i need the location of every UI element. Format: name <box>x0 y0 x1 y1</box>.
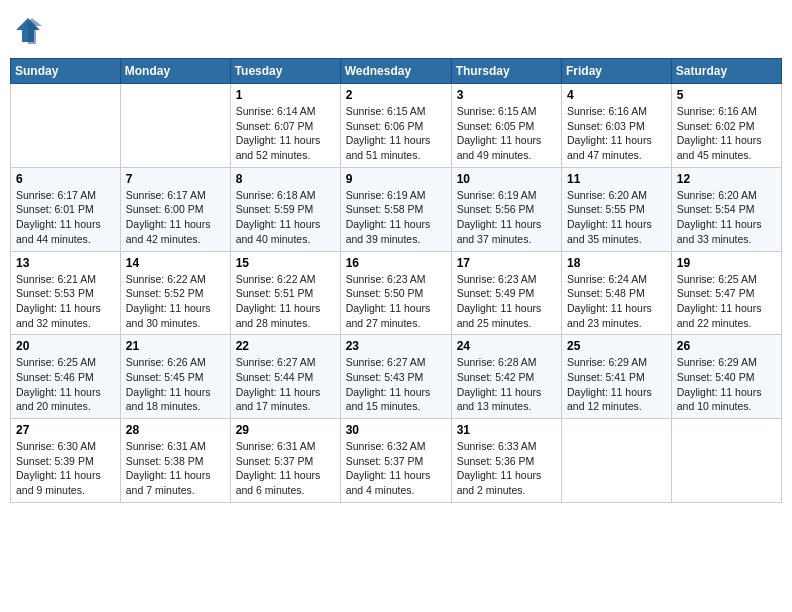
calendar-cell: 11Sunrise: 6:20 AMSunset: 5:55 PMDayligh… <box>562 167 672 251</box>
day-number: 17 <box>457 256 556 270</box>
day-number: 31 <box>457 423 556 437</box>
calendar-cell: 24Sunrise: 6:28 AMSunset: 5:42 PMDayligh… <box>451 335 561 419</box>
calendar-cell <box>11 84 121 168</box>
calendar-cell: 13Sunrise: 6:21 AMSunset: 5:53 PMDayligh… <box>11 251 121 335</box>
day-info: Sunrise: 6:30 AMSunset: 5:39 PMDaylight:… <box>16 439 115 498</box>
day-info: Sunrise: 6:15 AMSunset: 6:05 PMDaylight:… <box>457 104 556 163</box>
calendar-cell: 14Sunrise: 6:22 AMSunset: 5:52 PMDayligh… <box>120 251 230 335</box>
day-info: Sunrise: 6:19 AMSunset: 5:56 PMDaylight:… <box>457 188 556 247</box>
weekday-header-tuesday: Tuesday <box>230 59 340 84</box>
logo <box>14 16 46 44</box>
day-number: 23 <box>346 339 446 353</box>
day-number: 6 <box>16 172 115 186</box>
calendar-cell <box>671 419 781 503</box>
calendar-cell <box>120 84 230 168</box>
calendar-cell: 4Sunrise: 6:16 AMSunset: 6:03 PMDaylight… <box>562 84 672 168</box>
calendar-cell: 10Sunrise: 6:19 AMSunset: 5:56 PMDayligh… <box>451 167 561 251</box>
day-number: 20 <box>16 339 115 353</box>
day-number: 29 <box>236 423 335 437</box>
weekday-header-row: SundayMondayTuesdayWednesdayThursdayFrid… <box>11 59 782 84</box>
page-header <box>10 10 782 50</box>
day-info: Sunrise: 6:27 AMSunset: 5:44 PMDaylight:… <box>236 355 335 414</box>
logo-icon <box>14 16 42 44</box>
calendar-cell <box>562 419 672 503</box>
day-info: Sunrise: 6:21 AMSunset: 5:53 PMDaylight:… <box>16 272 115 331</box>
calendar-cell: 9Sunrise: 6:19 AMSunset: 5:58 PMDaylight… <box>340 167 451 251</box>
day-info: Sunrise: 6:29 AMSunset: 5:40 PMDaylight:… <box>677 355 776 414</box>
day-number: 21 <box>126 339 225 353</box>
calendar-week-row: 27Sunrise: 6:30 AMSunset: 5:39 PMDayligh… <box>11 419 782 503</box>
day-number: 7 <box>126 172 225 186</box>
day-info: Sunrise: 6:19 AMSunset: 5:58 PMDaylight:… <box>346 188 446 247</box>
weekday-header-friday: Friday <box>562 59 672 84</box>
day-info: Sunrise: 6:23 AMSunset: 5:50 PMDaylight:… <box>346 272 446 331</box>
day-info: Sunrise: 6:32 AMSunset: 5:37 PMDaylight:… <box>346 439 446 498</box>
weekday-header-monday: Monday <box>120 59 230 84</box>
calendar-week-row: 6Sunrise: 6:17 AMSunset: 6:01 PMDaylight… <box>11 167 782 251</box>
day-number: 9 <box>346 172 446 186</box>
day-number: 11 <box>567 172 666 186</box>
day-info: Sunrise: 6:25 AMSunset: 5:47 PMDaylight:… <box>677 272 776 331</box>
day-info: Sunrise: 6:18 AMSunset: 5:59 PMDaylight:… <box>236 188 335 247</box>
calendar-cell: 7Sunrise: 6:17 AMSunset: 6:00 PMDaylight… <box>120 167 230 251</box>
day-number: 27 <box>16 423 115 437</box>
day-number: 2 <box>346 88 446 102</box>
calendar-cell: 16Sunrise: 6:23 AMSunset: 5:50 PMDayligh… <box>340 251 451 335</box>
day-number: 18 <box>567 256 666 270</box>
day-number: 15 <box>236 256 335 270</box>
calendar-cell: 18Sunrise: 6:24 AMSunset: 5:48 PMDayligh… <box>562 251 672 335</box>
calendar-cell: 29Sunrise: 6:31 AMSunset: 5:37 PMDayligh… <box>230 419 340 503</box>
day-number: 25 <box>567 339 666 353</box>
calendar-cell: 26Sunrise: 6:29 AMSunset: 5:40 PMDayligh… <box>671 335 781 419</box>
weekday-header-thursday: Thursday <box>451 59 561 84</box>
calendar-cell: 31Sunrise: 6:33 AMSunset: 5:36 PMDayligh… <box>451 419 561 503</box>
calendar-cell: 8Sunrise: 6:18 AMSunset: 5:59 PMDaylight… <box>230 167 340 251</box>
day-info: Sunrise: 6:17 AMSunset: 6:00 PMDaylight:… <box>126 188 225 247</box>
day-number: 19 <box>677 256 776 270</box>
calendar-week-row: 20Sunrise: 6:25 AMSunset: 5:46 PMDayligh… <box>11 335 782 419</box>
day-number: 10 <box>457 172 556 186</box>
day-number: 5 <box>677 88 776 102</box>
calendar-cell: 12Sunrise: 6:20 AMSunset: 5:54 PMDayligh… <box>671 167 781 251</box>
calendar-cell: 2Sunrise: 6:15 AMSunset: 6:06 PMDaylight… <box>340 84 451 168</box>
day-info: Sunrise: 6:25 AMSunset: 5:46 PMDaylight:… <box>16 355 115 414</box>
day-number: 14 <box>126 256 225 270</box>
weekday-header-sunday: Sunday <box>11 59 121 84</box>
day-info: Sunrise: 6:20 AMSunset: 5:54 PMDaylight:… <box>677 188 776 247</box>
calendar-cell: 30Sunrise: 6:32 AMSunset: 5:37 PMDayligh… <box>340 419 451 503</box>
day-number: 13 <box>16 256 115 270</box>
day-info: Sunrise: 6:16 AMSunset: 6:03 PMDaylight:… <box>567 104 666 163</box>
day-info: Sunrise: 6:33 AMSunset: 5:36 PMDaylight:… <box>457 439 556 498</box>
day-info: Sunrise: 6:15 AMSunset: 6:06 PMDaylight:… <box>346 104 446 163</box>
day-info: Sunrise: 6:20 AMSunset: 5:55 PMDaylight:… <box>567 188 666 247</box>
day-info: Sunrise: 6:26 AMSunset: 5:45 PMDaylight:… <box>126 355 225 414</box>
day-number: 26 <box>677 339 776 353</box>
day-number: 30 <box>346 423 446 437</box>
day-info: Sunrise: 6:22 AMSunset: 5:51 PMDaylight:… <box>236 272 335 331</box>
calendar-cell: 3Sunrise: 6:15 AMSunset: 6:05 PMDaylight… <box>451 84 561 168</box>
calendar-cell: 25Sunrise: 6:29 AMSunset: 5:41 PMDayligh… <box>562 335 672 419</box>
day-info: Sunrise: 6:16 AMSunset: 6:02 PMDaylight:… <box>677 104 776 163</box>
calendar-cell: 27Sunrise: 6:30 AMSunset: 5:39 PMDayligh… <box>11 419 121 503</box>
day-info: Sunrise: 6:14 AMSunset: 6:07 PMDaylight:… <box>236 104 335 163</box>
calendar-cell: 20Sunrise: 6:25 AMSunset: 5:46 PMDayligh… <box>11 335 121 419</box>
day-number: 16 <box>346 256 446 270</box>
day-number: 1 <box>236 88 335 102</box>
day-number: 12 <box>677 172 776 186</box>
calendar-cell: 22Sunrise: 6:27 AMSunset: 5:44 PMDayligh… <box>230 335 340 419</box>
day-info: Sunrise: 6:23 AMSunset: 5:49 PMDaylight:… <box>457 272 556 331</box>
day-number: 8 <box>236 172 335 186</box>
day-info: Sunrise: 6:27 AMSunset: 5:43 PMDaylight:… <box>346 355 446 414</box>
calendar-cell: 15Sunrise: 6:22 AMSunset: 5:51 PMDayligh… <box>230 251 340 335</box>
calendar-cell: 6Sunrise: 6:17 AMSunset: 6:01 PMDaylight… <box>11 167 121 251</box>
day-info: Sunrise: 6:24 AMSunset: 5:48 PMDaylight:… <box>567 272 666 331</box>
calendar-week-row: 13Sunrise: 6:21 AMSunset: 5:53 PMDayligh… <box>11 251 782 335</box>
calendar-cell: 19Sunrise: 6:25 AMSunset: 5:47 PMDayligh… <box>671 251 781 335</box>
calendar-cell: 5Sunrise: 6:16 AMSunset: 6:02 PMDaylight… <box>671 84 781 168</box>
day-info: Sunrise: 6:31 AMSunset: 5:37 PMDaylight:… <box>236 439 335 498</box>
day-number: 3 <box>457 88 556 102</box>
calendar-cell: 17Sunrise: 6:23 AMSunset: 5:49 PMDayligh… <box>451 251 561 335</box>
day-info: Sunrise: 6:17 AMSunset: 6:01 PMDaylight:… <box>16 188 115 247</box>
calendar-cell: 1Sunrise: 6:14 AMSunset: 6:07 PMDaylight… <box>230 84 340 168</box>
day-info: Sunrise: 6:29 AMSunset: 5:41 PMDaylight:… <box>567 355 666 414</box>
